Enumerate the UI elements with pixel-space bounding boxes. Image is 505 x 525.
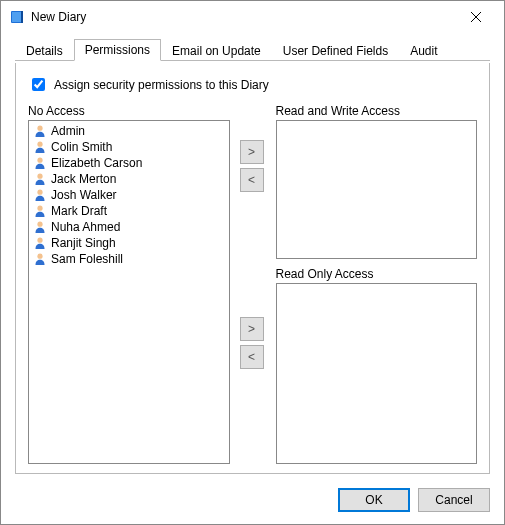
list-item[interactable]: Elizabeth Carson: [31, 155, 227, 171]
read-only-label: Read Only Access: [276, 267, 478, 281]
diary-icon: [9, 9, 25, 25]
tab-strip: Details Permissions Email on Update User…: [15, 39, 490, 61]
svg-point-10: [37, 206, 42, 211]
window-title: New Diary: [31, 10, 456, 24]
permissions-columns: No Access AdminColin SmithElizabeth Cars…: [28, 104, 477, 464]
tab-content: Assign security permissions to this Diar…: [15, 63, 490, 474]
svg-point-9: [37, 190, 42, 195]
list-item-label: Admin: [51, 124, 85, 138]
read-only-listbox[interactable]: [276, 283, 478, 464]
read-only-section: Read Only Access: [276, 267, 478, 464]
svg-rect-1: [12, 12, 21, 22]
close-icon: [470, 11, 482, 23]
list-item[interactable]: Admin: [31, 123, 227, 139]
list-item-label: Sam Foleshill: [51, 252, 123, 266]
svg-point-6: [37, 142, 42, 147]
svg-rect-2: [21, 11, 23, 23]
no-access-column: No Access AdminColin SmithElizabeth Cars…: [28, 104, 230, 464]
svg-point-8: [37, 174, 42, 179]
move-right-rw-button[interactable]: >: [240, 140, 264, 164]
move-right-ro-button[interactable]: >: [240, 317, 264, 341]
list-item-label: Jack Merton: [51, 172, 116, 186]
read-write-label: Read and Write Access: [276, 104, 478, 118]
svg-point-11: [37, 222, 42, 227]
list-item[interactable]: Jack Merton: [31, 171, 227, 187]
list-item[interactable]: Sam Foleshill: [31, 251, 227, 267]
list-item-label: Nuha Ahmed: [51, 220, 120, 234]
list-item-label: Ranjit Singh: [51, 236, 116, 250]
list-item-label: Josh Walker: [51, 188, 117, 202]
user-icon: [33, 252, 47, 266]
cancel-button[interactable]: Cancel: [418, 488, 490, 512]
dialog-window: New Diary Details Permissions Email on U…: [0, 0, 505, 525]
user-icon: [33, 204, 47, 218]
list-item[interactable]: Josh Walker: [31, 187, 227, 203]
right-column: Read and Write Access Read Only Access: [276, 104, 478, 464]
tab-email-on-update[interactable]: Email on Update: [161, 40, 272, 61]
assign-permissions-row: Assign security permissions to this Diar…: [28, 75, 477, 94]
list-item-label: Elizabeth Carson: [51, 156, 142, 170]
move-left-ro-button[interactable]: <: [240, 345, 264, 369]
list-item[interactable]: Nuha Ahmed: [31, 219, 227, 235]
read-write-section: Read and Write Access: [276, 104, 478, 259]
user-icon: [33, 220, 47, 234]
svg-point-5: [37, 126, 42, 131]
tab-user-defined-fields[interactable]: User Defined Fields: [272, 40, 399, 61]
titlebar: New Diary: [1, 1, 504, 33]
tab-audit[interactable]: Audit: [399, 40, 448, 61]
svg-point-13: [37, 254, 42, 259]
list-item-label: Mark Draft: [51, 204, 107, 218]
read-write-listbox[interactable]: [276, 120, 478, 259]
user-icon: [33, 156, 47, 170]
list-item[interactable]: Colin Smith: [31, 139, 227, 155]
list-item-label: Colin Smith: [51, 140, 112, 154]
no-access-label: No Access: [28, 104, 230, 118]
dialog-buttons: OK Cancel: [338, 488, 490, 512]
user-icon: [33, 172, 47, 186]
move-left-rw-button[interactable]: <: [240, 168, 264, 192]
assign-permissions-label[interactable]: Assign security permissions to this Diar…: [54, 78, 269, 92]
tab-permissions[interactable]: Permissions: [74, 39, 161, 61]
svg-point-7: [37, 158, 42, 163]
user-icon: [33, 188, 47, 202]
list-item[interactable]: Mark Draft: [31, 203, 227, 219]
assign-permissions-checkbox[interactable]: [32, 78, 45, 91]
list-item[interactable]: Ranjit Singh: [31, 235, 227, 251]
user-icon: [33, 140, 47, 154]
no-access-listbox[interactable]: AdminColin SmithElizabeth CarsonJack Mer…: [28, 120, 230, 464]
transfer-buttons-column: > < > <: [240, 104, 266, 464]
close-button[interactable]: [456, 3, 496, 31]
ok-button[interactable]: OK: [338, 488, 410, 512]
svg-point-12: [37, 238, 42, 243]
tab-details[interactable]: Details: [15, 40, 74, 61]
user-icon: [33, 124, 47, 138]
user-icon: [33, 236, 47, 250]
